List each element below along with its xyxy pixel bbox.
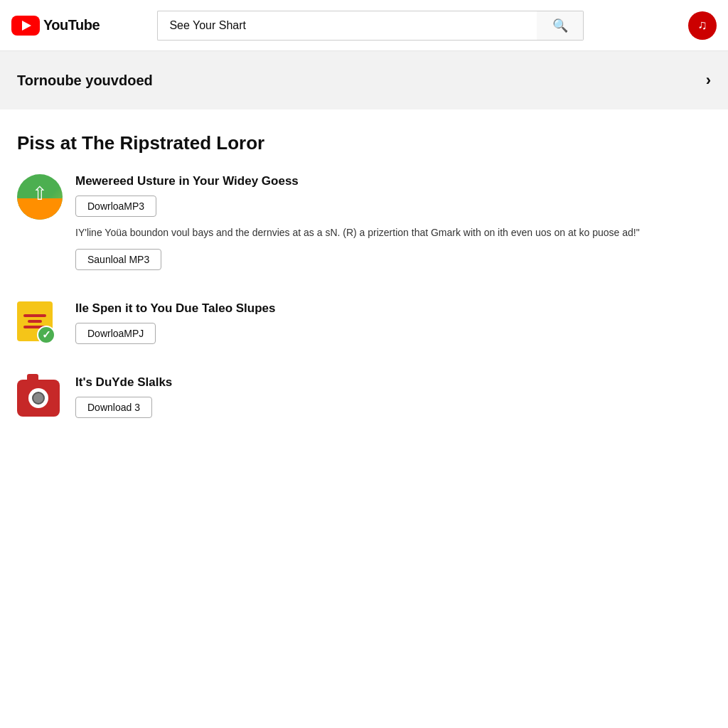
item-content-2: Ile Spen it to You Due Taleo Slupes Dowr… bbox=[75, 301, 711, 353]
item-title-3: It's DuYde Slalks bbox=[75, 375, 711, 390]
search-input[interactable] bbox=[157, 11, 537, 41]
banner-chevron-icon[interactable]: › bbox=[706, 71, 711, 90]
item-content-1: Mewereed Usture in Your Widey Goess Dowr… bbox=[75, 174, 711, 279]
music-icon: ♫ bbox=[697, 18, 707, 33]
item-desc-1: IY'line Yoüa boundon voul bays and the d… bbox=[75, 225, 711, 240]
header-right: ♫ bbox=[688, 11, 717, 40]
list-item: ⇧ Mewereed Usture in Your Widey Goess Do… bbox=[17, 174, 711, 279]
youtube-logo[interactable]: YouTube bbox=[11, 16, 100, 36]
download-3-button[interactable]: Download 3 bbox=[75, 397, 152, 418]
item-icon-3 bbox=[17, 375, 63, 421]
play-triangle bbox=[22, 21, 31, 31]
item-content-3: It's DuYde Slalks Download 3 bbox=[75, 375, 711, 427]
yt-play-icon bbox=[11, 16, 40, 36]
item-title-1: Mewereed Usture in Your Widey Goess bbox=[75, 174, 711, 188]
camera-lens bbox=[28, 388, 48, 408]
item-title-2: Ile Spen it to You Due Taleo Slupes bbox=[75, 301, 711, 316]
section-title: Piss at The Ripstrated Loror bbox=[17, 132, 711, 154]
header: YouTube 🔍 ♫ bbox=[0, 0, 728, 51]
camera-icon bbox=[17, 380, 60, 417]
search-button[interactable]: 🔍 bbox=[537, 11, 584, 41]
logo-area: YouTube bbox=[11, 16, 100, 36]
main-content: Piss at The Ripstrated Loror ⇧ Mewereed … bbox=[0, 115, 728, 466]
arrow-up-icon: ⇧ bbox=[32, 183, 48, 205]
doc-check-icon: ✓ bbox=[17, 301, 60, 344]
camera-lens-inner bbox=[32, 392, 45, 405]
search-icon: 🔍 bbox=[552, 18, 568, 33]
saunloal-mp3-button[interactable]: Saunloal MP3 bbox=[75, 249, 161, 270]
banner-title: Tornoube youvdoed bbox=[17, 73, 153, 89]
yt-wordmark: YouTube bbox=[43, 17, 100, 33]
list-item: ✓ Ile Spen it to You Due Taleo Slupes Do… bbox=[17, 301, 711, 353]
item-icon-2: ✓ bbox=[17, 301, 63, 347]
arrow-circle-icon: ⇧ bbox=[17, 174, 63, 220]
download-mp3-button-1[interactable]: DowrloaMP3 bbox=[75, 196, 156, 217]
doc-line-short bbox=[28, 320, 42, 323]
banner-section: Tornoube youvdoed › bbox=[0, 51, 728, 109]
check-badge-icon: ✓ bbox=[37, 326, 55, 344]
item-icon-1: ⇧ bbox=[17, 174, 63, 220]
avatar-button[interactable]: ♫ bbox=[688, 11, 717, 40]
list-item: It's DuYde Slalks Download 3 bbox=[17, 375, 711, 427]
search-area: 🔍 bbox=[157, 11, 584, 41]
doc-line bbox=[23, 314, 46, 317]
download-mpj-button[interactable]: DowrloaMPJ bbox=[75, 323, 156, 344]
